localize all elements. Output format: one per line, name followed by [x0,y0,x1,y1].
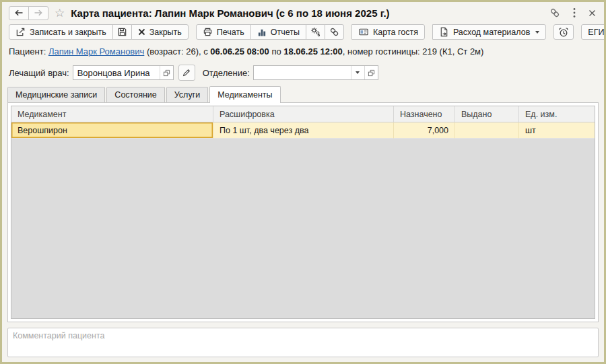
favorite-star-icon[interactable]: ☆ [55,7,65,19]
id-card-icon [358,27,369,37]
save-and-close-button[interactable]: Записать и закрыть [9,24,113,40]
department-open-button[interactable] [364,66,378,79]
chevron-down-icon [535,31,539,34]
reports-button[interactable]: Отчеты [250,24,306,40]
patient-name-link[interactable]: Лапин Марк Романович [48,46,144,57]
save-floppy-icon [117,27,127,37]
department-dropdown-button[interactable] [351,66,364,79]
cell-assigned[interactable]: 7,000 [394,122,455,139]
table-empty-area[interactable] [11,139,595,318]
forward-button[interactable] [28,6,48,20]
date-from: 06.06.25 08:00 [210,46,269,57]
guest-card-button[interactable]: Карта гостя [351,24,425,40]
print-reports-group: Печать Отчеты [196,24,344,40]
alarm-clock-icon [558,27,569,38]
tab-medicaments[interactable]: Медикаменты [209,86,280,103]
close-window-icon[interactable] [588,9,596,17]
print-button[interactable]: Печать [196,24,251,40]
close-button[interactable]: Закрыть [131,24,189,40]
save-button[interactable] [112,24,132,40]
settings-button[interactable] [306,24,325,40]
cell-medicament[interactable]: Верошпирон [11,122,213,139]
patient-comment-input[interactable] [7,328,599,357]
egisz-button[interactable]: ЕГИСЗ [581,24,606,40]
table-header-row: Медикамент Расшифровка Назначено Выдано … [11,106,595,122]
department-field [253,65,378,80]
toolbar: Записать и закрыть Закрыть Печать [2,22,604,44]
medicaments-panel: Медикамент Расшифровка Назначено Выдано … [7,102,599,322]
column-header-unit[interactable]: Ед. изм. [519,106,595,122]
patient-info-line: Пациент: Лапин Марк Романович (возраст: … [2,44,604,61]
department-label: Отделение: [203,68,250,78]
cell-unit[interactable]: шт [519,122,595,139]
patient-age-text: (возраст: 26), с [144,46,210,57]
open-icon [368,69,375,77]
column-header-details[interactable]: Расшифровка [213,106,394,122]
edit-doctor-button[interactable] [178,65,195,81]
more-menu-icon[interactable] [573,7,576,18]
cell-details[interactable]: По 1 шт, два через два [213,122,394,139]
reminder-button[interactable] [553,24,574,40]
cell-issued[interactable] [455,122,519,139]
guest-card-label: Карта гостя [373,28,418,37]
table-row[interactable]: Верошпирон По 1 шт, два через два 7,000 … [11,122,595,139]
tab-services[interactable]: Услуги [166,87,208,102]
patient-card-window: ☆ Карта пациента: Лапин Марк Романович (… [0,0,606,364]
column-header-issued[interactable]: Выдано [455,106,519,122]
materials-expense-button[interactable]: Расход материалов [432,24,546,40]
chevron-down-icon [356,71,360,74]
back-arrow-icon [14,9,24,17]
save-and-close-label: Записать и закрыть [30,28,106,37]
open-icon [163,69,170,77]
page-title: Карта пациента: Лапин Марк Романович (с … [71,7,389,19]
titlebar-actions [549,7,596,18]
history-nav [9,6,48,20]
doctor-input[interactable] [73,66,160,79]
gear-icon [310,27,321,37]
bar-chart-icon [257,28,267,37]
doctor-department-row: Лечащий врач: Отделение: [2,61,604,85]
to-word: по [269,46,284,57]
medicaments-table: Медикамент Расшифровка Назначено Выдано … [11,106,595,319]
print-label: Печать [217,28,244,37]
doctor-label: Лечащий врач: [9,68,69,78]
doctor-open-button[interactable] [160,66,173,79]
egisz-label: ЕГИСЗ [588,28,606,37]
get-link-icon[interactable] [549,7,560,18]
patient-label: Пациент: [9,46,48,57]
date-to: 18.06.25 12:00 [283,46,342,57]
guest-card-group: Карта гостя [351,24,425,40]
column-header-assigned[interactable]: Назначено [394,106,455,122]
tab-medical-records[interactable]: Медицинские записи [7,87,105,102]
comment-section [2,322,604,362]
department-input[interactable] [254,66,351,79]
document-arrow-icon [439,27,449,37]
printer-icon [203,27,213,37]
save-and-close-icon [15,27,26,37]
close-x-icon [138,28,145,36]
close-label: Закрыть [149,28,182,37]
attachments-button[interactable] [325,24,344,40]
room-text: , номер гостиницы: 219 (К1, Ст 2м) [343,46,484,57]
doctor-field [73,65,174,80]
paperclip-icon [329,27,339,37]
back-button[interactable] [9,6,29,20]
tab-bar: Медицинские записи Состояние Услуги Меди… [2,85,604,102]
reports-label: Отчеты [271,28,300,37]
materials-group: Расход материалов [432,24,546,40]
titlebar: ☆ Карта пациента: Лапин Марк Романович (… [2,2,604,22]
column-header-medicament[interactable]: Медикамент [11,106,213,122]
tab-condition[interactable]: Состояние [106,87,164,102]
materials-expense-label: Расход материалов [453,28,530,37]
save-group: Записать и закрыть Закрыть [9,24,189,40]
forward-arrow-icon [34,9,43,17]
pencil-icon [182,68,191,77]
